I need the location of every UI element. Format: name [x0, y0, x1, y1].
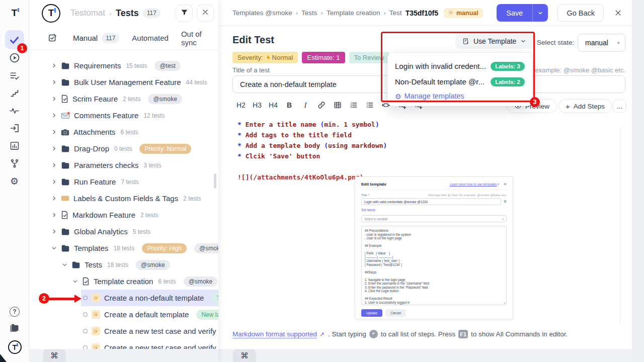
tree-item-label: Parameters checks: [74, 161, 138, 169]
preview-variable-placeholder: Select a variable: [364, 217, 388, 221]
chevron-right-icon[interactable]: [51, 179, 57, 185]
chevron-right-icon[interactable]: [51, 129, 57, 135]
app-window: T ⚙ ? T T Testomat › Tests 117 Manual 11…: [0, 0, 644, 362]
tree-item-label: Tests: [85, 260, 102, 269]
toolbar-bold[interactable]: B: [282, 98, 297, 113]
severity-badge: Severity: Normal: [232, 52, 298, 63]
rail-steps-icon[interactable]: [5, 84, 24, 102]
toolbar-italic[interactable]: I: [298, 98, 313, 113]
toolbar-heading-3[interactable]: H3: [250, 98, 265, 113]
editor-more-button[interactable]: ...: [613, 100, 626, 113]
hint-text: to call list of steps. Press: [381, 330, 456, 338]
tab-automated[interactable]: Automated: [129, 34, 172, 42]
markdown-editor[interactable]: * Enter a title name (min. 1 symbol)* Ad…: [237, 119, 387, 183]
tag-badge: @smoke: [194, 243, 218, 253]
rail-branches-icon[interactable]: [5, 155, 24, 172]
rail-test-plans-icon[interactable]: [5, 67, 24, 84]
chevron-right-icon[interactable]: [51, 146, 57, 151]
chevron-right-icon[interactable]: [51, 162, 57, 168]
toolbar-link-icon[interactable]: [314, 98, 329, 113]
project-logo-icon[interactable]: T: [42, 4, 60, 23]
breadcrumb-templates[interactable]: Templates @smoke: [232, 9, 292, 17]
rail-bottom: ? T: [0, 307, 29, 354]
close-sidebar-button[interactable]: [197, 5, 214, 22]
folder-icon: [61, 244, 70, 252]
toolbar-heading-2[interactable]: H2: [233, 98, 249, 113]
chevron-down-icon[interactable]: [62, 262, 67, 267]
tree-folder-item[interactable]: Parameters checks3 tests: [29, 157, 218, 173]
tab-manual[interactable]: Manual 117: [70, 33, 122, 43]
app-logo-icon[interactable]: T: [0, 0, 29, 26]
sidebar-scrollbar[interactable]: [214, 173, 216, 189]
tree-folder-item[interactable]: Tests18 tests@smoke: [29, 256, 218, 273]
rail-import-icon[interactable]: [5, 120, 24, 137]
save-button[interactable]: Save: [497, 4, 532, 22]
test-count: 0 tests: [114, 145, 132, 152]
doc-icon: [61, 211, 68, 219]
toolbar-ordered-list-icon[interactable]: [346, 98, 361, 113]
state-select[interactable]: manual ▾: [578, 34, 625, 52]
test-count: 44 tests: [186, 79, 207, 86]
tree-folder-item[interactable]: Requirements15 tests@test: [29, 57, 218, 74]
chevron-right-icon[interactable]: [51, 96, 57, 102]
tree-folder-item[interactable]: Drag-Drop0 testsPriority: Normal: [29, 140, 218, 157]
editor-footer: ⌘: [218, 349, 632, 362]
help-icon[interactable]: ?: [10, 307, 20, 317]
tree-folder-item[interactable]: Scrim Feaure2 tests@smoke: [29, 90, 218, 107]
tree-folder-item[interactable]: Templates18 testsPriority: High@smoke: [29, 240, 218, 256]
preview-variable-select: Select a variable ▾: [361, 215, 507, 222]
testomat-logo-icon[interactable]: T: [8, 340, 22, 354]
tree-item-label: Create a non-default template: [104, 294, 204, 302]
chevron-right-icon[interactable]: [51, 212, 57, 218]
tree-folder-item[interactable]: Attachments6 tests: [29, 124, 218, 140]
chevron-right-icon[interactable]: [51, 79, 57, 85]
tree-item-label: Bulk User Management Feature: [74, 78, 181, 86]
tree-item-label: Labels & Custom Fields & Tags: [73, 194, 178, 203]
tree-folder-item[interactable]: Template creation6 tests@smoke: [29, 273, 218, 290]
chevron-down-icon[interactable]: [72, 279, 78, 284]
breadcrumb-tests[interactable]: Tests: [301, 9, 317, 17]
save-dropdown-button[interactable]: [532, 4, 548, 22]
tab-out-of-sync[interactable]: Out of sync: [178, 30, 218, 47]
tree-test-item[interactable]: Create a default templateNew label: [29, 306, 218, 323]
compose-icon[interactable]: [48, 33, 57, 43]
tree-item-label: Comments Feature: [74, 111, 138, 120]
chevron-right-icon[interactable]: [51, 113, 57, 118]
markdown-hint: Markdown format supported↗ . Start typin…: [232, 330, 568, 338]
rail-pulse-icon[interactable]: [5, 102, 24, 119]
preview-body-line: ##Steps: [365, 270, 503, 275]
chevron-right-icon[interactable]: [51, 229, 57, 234]
add-steps-button[interactable]: + Add Steps: [558, 99, 612, 113]
filter-button[interactable]: [176, 5, 193, 22]
tree-folder-item[interactable]: Comments Feature12 tests: [29, 107, 218, 124]
preview-close-icon: ✕: [504, 182, 507, 187]
chevron-down-icon[interactable]: [51, 245, 57, 251]
toolbar-heading-4[interactable]: H4: [266, 98, 281, 113]
rail-analytics-icon[interactable]: [5, 137, 24, 154]
close-editor-button[interactable]: [614, 9, 622, 17]
close-icon: [202, 9, 209, 18]
tests-count-badge: 117: [143, 8, 160, 18]
go-back-button[interactable]: Go Back: [557, 4, 604, 22]
rail-settings-icon[interactable]: ⚙: [5, 172, 24, 190]
tree-test-item[interactable]: Create a new test case and verify: [29, 323, 218, 339]
severity-prefix: Severity:: [237, 54, 263, 61]
tree-item-label: Templates: [74, 244, 108, 252]
command-palette-button[interactable]: ⌘: [233, 349, 256, 362]
chevron-right-icon[interactable]: [51, 63, 57, 68]
breadcrumb-template-creation[interactable]: Template creation: [327, 9, 380, 17]
preview-body-line: [365, 266, 503, 270]
test-count: 5 tests: [133, 228, 150, 235]
tree-folder-item[interactable]: Global Analytics5 tests: [29, 223, 218, 240]
markdown-format-link[interactable]: Markdown format supported: [232, 330, 317, 338]
projects-icon[interactable]: [10, 323, 20, 334]
toolbar-table-icon[interactable]: [330, 98, 345, 113]
chevron-right-icon[interactable]: [51, 196, 57, 201]
tree-folder-item[interactable]: Bulk User Management Feature44 tests: [29, 74, 218, 90]
breadcrumb-separator: ›: [109, 9, 112, 18]
tree-folder-item[interactable]: Markdown Feature2 tests: [29, 207, 218, 223]
command-palette-button[interactable]: ⌘: [43, 349, 66, 362]
toolbar-bullet-list-icon[interactable]: [362, 98, 377, 113]
tree-folder-item[interactable]: Run Feature7 tests: [29, 173, 218, 190]
tree-folder-item[interactable]: Labels & Custom Fields & Tags2 tests: [29, 190, 218, 207]
